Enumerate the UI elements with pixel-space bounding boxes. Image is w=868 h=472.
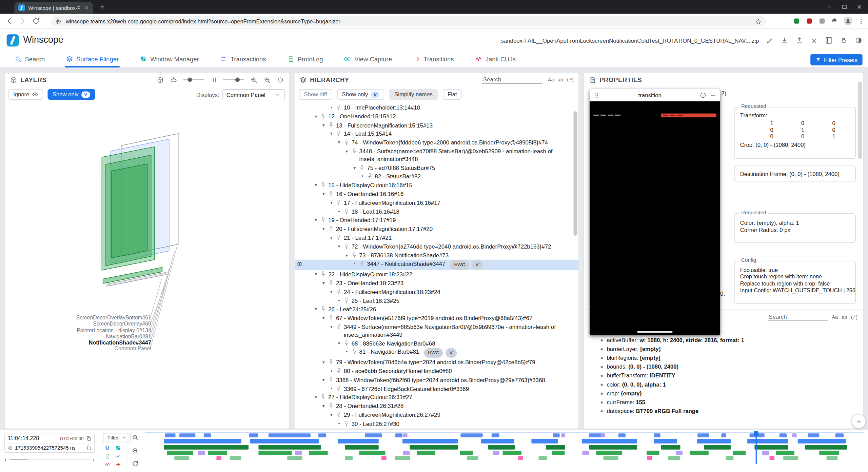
- tree-node[interactable]: ▾73 - 8736138 NotificationShade#73: [295, 251, 579, 260]
- copy-icon[interactable]: [86, 445, 91, 451]
- pin-icon[interactable]: [320, 113, 327, 120]
- rotate-3d-icon[interactable]: [170, 76, 177, 83]
- trace-segment-accent[interactable]: [600, 433, 605, 437]
- trace-segment[interactable]: [460, 451, 473, 455]
- expander-icon[interactable]: ▾: [328, 323, 335, 330]
- show-diff-toggle[interactable]: Show diff: [299, 89, 332, 100]
- scroll-track[interactable]: [9, 459, 90, 460]
- trace-segment[interactable]: [179, 433, 195, 437]
- spacing-slider-knob[interactable]: [235, 78, 240, 82]
- trace-segment-accent[interactable]: [769, 456, 774, 460]
- reset-camera-icon[interactable]: [157, 76, 164, 83]
- trace-segment[interactable]: [805, 445, 847, 450]
- trace-segment[interactable]: [539, 456, 547, 460]
- trace-segment[interactable]: [589, 445, 637, 450]
- trace-segment[interactable]: [553, 433, 559, 437]
- pin-icon[interactable]: [343, 340, 350, 347]
- trace-segment[interactable]: [690, 451, 708, 455]
- expander-icon[interactable]: ▾: [312, 306, 319, 313]
- window-maximize-icon[interactable]: [842, 4, 848, 10]
- trace-segment[interactable]: [309, 451, 328, 455]
- pin-icon[interactable]: [335, 385, 342, 392]
- properties-scrollbar[interactable]: [858, 81, 862, 159]
- back-icon[interactable]: [5, 17, 13, 25]
- reset-zoom-icon[interactable]: [132, 460, 139, 467]
- pin-icon[interactable]: [335, 234, 342, 241]
- expander-icon[interactable]: ▾: [312, 271, 319, 278]
- property-field[interactable]: dataspace: BT709 sRGB Full range: [591, 407, 863, 416]
- expander-icon[interactable]: ▾: [312, 394, 319, 401]
- tree-node[interactable]: ▾13 - FullscreenMagnification:15:15#13: [295, 121, 579, 130]
- timeline-canvas[interactable]: [145, 432, 864, 468]
- tree-node[interactable]: •81 - NavigationBar0#81HWCV: [295, 348, 579, 358]
- trace-segment[interactable]: [783, 456, 798, 460]
- hierarchy-scrollbar[interactable]: [573, 111, 577, 236]
- zoom-in-icon[interactable]: [250, 76, 257, 83]
- pin-icon[interactable]: [367, 173, 373, 180]
- pin-icon[interactable]: [328, 376, 335, 383]
- tree-node[interactable]: •82 - StatusBar#82: [295, 172, 579, 181]
- expander-icon[interactable]: ▾: [343, 252, 350, 259]
- pin-icon[interactable]: [328, 359, 335, 366]
- pin-icon[interactable]: [335, 411, 342, 418]
- trace-segment[interactable]: [318, 433, 326, 437]
- trace-segment-accent[interactable]: [295, 451, 302, 455]
- edit-icon[interactable]: [766, 37, 773, 44]
- tab-transitions[interactable]: Transitions: [412, 52, 455, 67]
- trace-segment[interactable]: [365, 433, 382, 437]
- property-field[interactable]: bufferTransform: IDENTITY: [591, 372, 863, 380]
- tree-node[interactable]: •10 - ImePlaceholder:13:14#10: [295, 103, 579, 112]
- trace-segment[interactable]: [402, 439, 457, 444]
- trace-segment[interactable]: [754, 445, 788, 450]
- expander-icon[interactable]: ▾: [328, 411, 335, 418]
- show-only-toggle[interactable]: Show only V: [337, 89, 384, 100]
- trace-segment[interactable]: [269, 433, 310, 437]
- expander-icon[interactable]: ▾: [351, 164, 358, 171]
- trace-segment[interactable]: [175, 456, 190, 460]
- trace-segment[interactable]: [460, 433, 483, 437]
- tree-node[interactable]: ▾28 - OneHanded:26:31#28: [295, 402, 579, 411]
- pin-icon[interactable]: [343, 297, 350, 304]
- tree-node[interactable]: ▾17 - FullscreenMagnification:16:16#17: [295, 199, 579, 208]
- tree-node[interactable]: ▾75 - ed70f88 StatusBar#75: [295, 164, 579, 173]
- expander-icon[interactable]: ▾: [335, 243, 342, 250]
- tab-protolog[interactable]: ProtoLog: [286, 52, 324, 67]
- rotation-slider-knob[interactable]: [188, 78, 192, 82]
- trace-segment[interactable]: [780, 433, 787, 437]
- tree-node[interactable]: ▾20 - FullscreenMagnification:17:17#20: [295, 225, 579, 234]
- expander-icon[interactable]: ▾: [320, 225, 327, 233]
- scroll-thumb[interactable]: [10, 459, 27, 460]
- tree-node[interactable]: ▾16 - OneHanded:16:16#16: [295, 190, 579, 199]
- pin-icon[interactable]: [343, 243, 350, 250]
- property-field[interactable]: barrierLayer: [empty]: [591, 345, 863, 354]
- tab-surface-flinger[interactable]: Surface Flinger: [65, 52, 120, 67]
- search-toggle-0[interactable]: Aa: [832, 314, 838, 320]
- pin-icon[interactable]: [335, 130, 342, 137]
- trace-segment[interactable]: [819, 451, 839, 455]
- pin-icon[interactable]: [328, 225, 335, 232]
- expander-icon[interactable]: ▾: [343, 148, 350, 155]
- layers-icon[interactable]: [105, 445, 110, 451]
- trace-segment[interactable]: [359, 451, 385, 455]
- pin-icon[interactable]: [335, 368, 342, 374]
- trace-segment-accent[interactable]: [676, 451, 683, 455]
- property-field[interactable]: activeBuffer: w: 1080, h: 2400, stride: …: [591, 336, 863, 345]
- simplify-names-toggle[interactable]: Simplify names: [389, 89, 437, 100]
- flat-toggle[interactable]: Flat: [442, 89, 462, 100]
- trace-segment[interactable]: [503, 451, 521, 455]
- timeline-filter-button[interactable]: Filter: [103, 433, 131, 442]
- tab-view-capture[interactable]: View Capture: [343, 52, 393, 67]
- trace-segment[interactable]: [721, 433, 726, 437]
- screen-recording-overlay[interactable]: transition: [590, 89, 720, 336]
- trace-segment[interactable]: [654, 433, 660, 437]
- trace-segment-accent[interactable]: [493, 451, 499, 455]
- trace-segment[interactable]: [808, 433, 819, 437]
- tree-node[interactable]: ▾22 - HideDisplayCutout:18:23#22: [295, 270, 579, 279]
- trace-segment[interactable]: [165, 433, 175, 437]
- extension-icon-1[interactable]: [793, 17, 801, 25]
- property-field[interactable]: currFrame: 155: [591, 398, 863, 407]
- pin-icon[interactable]: [359, 164, 366, 171]
- trace-segment[interactable]: [395, 456, 410, 460]
- trace-segment-accent[interactable]: [403, 451, 410, 455]
- trace-segment[interactable]: [395, 433, 402, 437]
